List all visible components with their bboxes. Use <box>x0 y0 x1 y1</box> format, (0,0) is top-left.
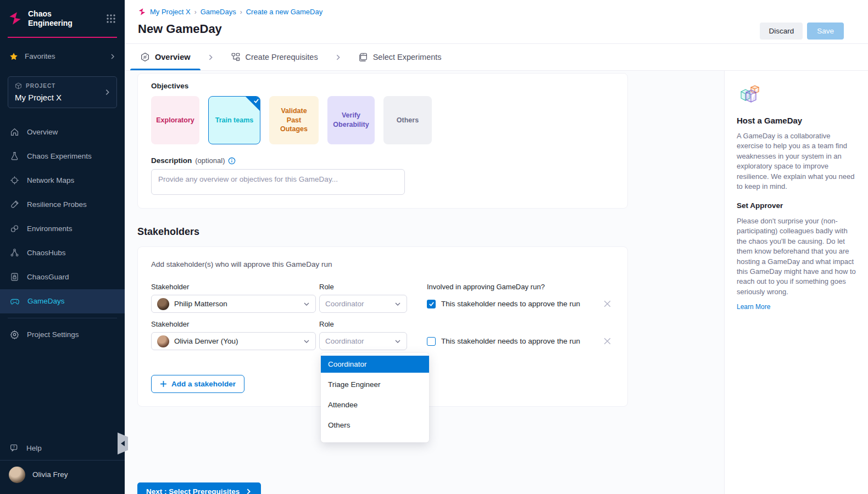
objective-validate-past-outages[interactable]: Validate Past Outages <box>269 96 319 144</box>
breadcrumb-current[interactable]: Create a new GameDay <box>246 8 322 16</box>
probe-icon <box>10 200 19 209</box>
check-icon <box>429 301 435 307</box>
remove-stakeholder-1-icon[interactable] <box>603 299 612 308</box>
role-option-attendee[interactable]: Attendee <box>321 396 429 413</box>
sidebar-item-overview[interactable]: Overview <box>0 120 125 144</box>
objective-exploratory[interactable]: Exploratory <box>151 96 199 144</box>
overview-hexagon-icon <box>140 52 150 62</box>
approve-checkbox-1[interactable] <box>427 300 436 308</box>
sidebar-item-network-maps[interactable]: Network Maps <box>0 169 125 193</box>
help-panel: Host a GameDay A GameDay is a collaborat… <box>724 71 868 494</box>
stakeholders-card: Add stakeholder(s) who will approve this… <box>137 246 628 407</box>
info-icon[interactable] <box>228 157 236 165</box>
chevron-down-icon <box>303 301 310 307</box>
apps-grid-icon[interactable] <box>106 14 116 24</box>
sidebar-item-chaos-experiments[interactable]: Chaos Experiments <box>0 144 125 169</box>
breadcrumb: My Project X › GameDays › Create a new G… <box>138 8 855 16</box>
approve-label-2: This stakeholder needs to approve the ru… <box>441 337 580 345</box>
sidebar-item-chaosguard[interactable]: ChaosGuard <box>0 265 125 289</box>
description-label-row: Description (optional) <box>151 156 614 165</box>
objective-verify-oberability[interactable]: Verify Oberability <box>327 96 375 144</box>
breadcrumb-project[interactable]: My Project X <box>150 8 191 16</box>
stakeholder-row-1: Stakeholder Philip Matterson Role <box>151 283 614 313</box>
chevron-right-icon <box>109 53 116 60</box>
breadcrumb-gamedays[interactable]: GameDays <box>201 8 236 16</box>
description-label: Description <box>151 156 192 165</box>
role-select-2[interactable]: Coordinator <box>319 332 407 350</box>
breadcrumb-separator: › <box>240 8 242 16</box>
sidebar-item-environments[interactable]: Environments <box>0 217 125 241</box>
network-map-icon <box>10 176 19 185</box>
role-col-label: Role <box>319 320 407 328</box>
add-stakeholder-button[interactable]: Add a stakeholder <box>151 375 244 393</box>
tab-create-prerequisites[interactable]: Create Prerequisites <box>229 44 320 70</box>
tab-select-experiments[interactable]: Select Experiments <box>356 44 444 70</box>
stakeholder-col-label: Stakeholder <box>151 283 316 291</box>
gamepad-icon <box>10 296 20 306</box>
sidebar-item-favorites[interactable]: Favorites <box>0 38 125 66</box>
chaos-logo-icon <box>138 8 146 16</box>
objective-train-teams[interactable]: Train teams <box>208 96 260 144</box>
sidebar-item-chaoshubs[interactable]: ChaosHubs <box>0 241 125 265</box>
stakeholder-select-1[interactable]: Philip Matterson <box>151 295 316 313</box>
prerequisites-flow-icon <box>231 52 241 62</box>
description-optional: (optional) <box>195 156 225 165</box>
sidebar-item-project-settings[interactable]: Project Settings <box>0 323 125 347</box>
main-area: My Project X › GameDays › Create a new G… <box>125 0 868 494</box>
sidebar-item-help[interactable]: ? Help <box>0 436 125 460</box>
cubes-illustration-icon <box>737 85 760 105</box>
close-icon <box>603 336 612 346</box>
objectives-label: Objectives <box>151 82 614 90</box>
plus-icon <box>160 380 167 388</box>
help-intro-text: A GameDay is a collaborative exercise to… <box>737 131 856 192</box>
chaos-logo-icon <box>8 11 23 26</box>
next-select-prerequisites-button[interactable]: Next : Select Prerequisites <box>137 482 261 494</box>
stakeholder-avatar <box>157 335 169 347</box>
objectives-card: Objectives Exploratory Train teams Valid… <box>137 73 628 209</box>
user-avatar <box>9 467 25 483</box>
content: Objectives Exploratory Train teams Valid… <box>125 71 868 494</box>
sidebar-item-gamedays[interactable]: GameDays <box>0 289 125 313</box>
remove-stakeholder-2-icon[interactable] <box>603 336 612 346</box>
selected-corner-badge <box>245 96 260 111</box>
help-title: Host a GameDay <box>737 116 856 125</box>
sidebar-divider <box>8 318 117 318</box>
environments-icon <box>10 224 19 233</box>
sidebar-bottom: ? Help Olivia Frey <box>0 436 125 494</box>
sidebar-item-resilience-probes[interactable]: Resilience Probes <box>0 193 125 217</box>
project-selector[interactable]: PROJECT My Project X <box>8 76 117 108</box>
project-name: My Project X <box>15 93 110 102</box>
role-select-1[interactable]: Coordinator <box>319 295 407 313</box>
stakeholder-row-2: Stakeholder Olivia Denver (You) Role <box>151 320 614 350</box>
involved-col-label: Involved in approving GameDay run? <box>427 283 614 291</box>
project-kicker: PROJECT <box>26 83 55 89</box>
role-option-coordinator[interactable]: Coordinator <box>321 356 429 373</box>
sidebar: Chaos Engineering Favorites PROJECT My P… <box>0 0 125 494</box>
role-option-others[interactable]: Others <box>321 417 429 434</box>
tab-overview[interactable]: Overview <box>138 44 193 70</box>
role-dropdown-menu: Coordinator Triage Engineer Attendee Oth… <box>321 353 429 442</box>
objective-others[interactable]: Others <box>383 96 432 144</box>
lock-icon <box>10 272 19 282</box>
stakeholder-select-2[interactable]: Olivia Denver (You) <box>151 332 316 350</box>
chevron-down-icon <box>303 338 310 345</box>
role-option-triage-engineer[interactable]: Triage Engineer <box>321 376 429 393</box>
stakeholders-subtitle: Add stakeholder(s) who will approve this… <box>151 260 614 268</box>
discard-button[interactable]: Discard <box>760 23 803 40</box>
user-menu[interactable]: Olivia Frey <box>0 460 125 489</box>
learn-more-link[interactable]: Learn More <box>737 303 770 311</box>
user-name: Olivia Frey <box>32 470 68 479</box>
page-title: New GameDay <box>138 22 855 36</box>
approve-checkbox-2[interactable] <box>427 337 436 346</box>
wizard-tabs: Overview Create Prerequisites Select Exp… <box>125 44 868 71</box>
save-button[interactable]: Save <box>807 23 844 40</box>
chevron-down-icon <box>394 301 401 307</box>
chevron-right-icon <box>207 54 214 61</box>
project-settings-label: Project Settings <box>27 330 79 339</box>
description-input[interactable] <box>151 169 405 195</box>
check-icon <box>253 98 259 104</box>
sidebar-nav: Overview Chaos Experiments Network Maps … <box>0 120 125 313</box>
app-root: Chaos Engineering Favorites PROJECT My P… <box>0 0 868 494</box>
home-icon <box>10 127 19 137</box>
stakeholder-col-label: Stakeholder <box>151 320 316 328</box>
